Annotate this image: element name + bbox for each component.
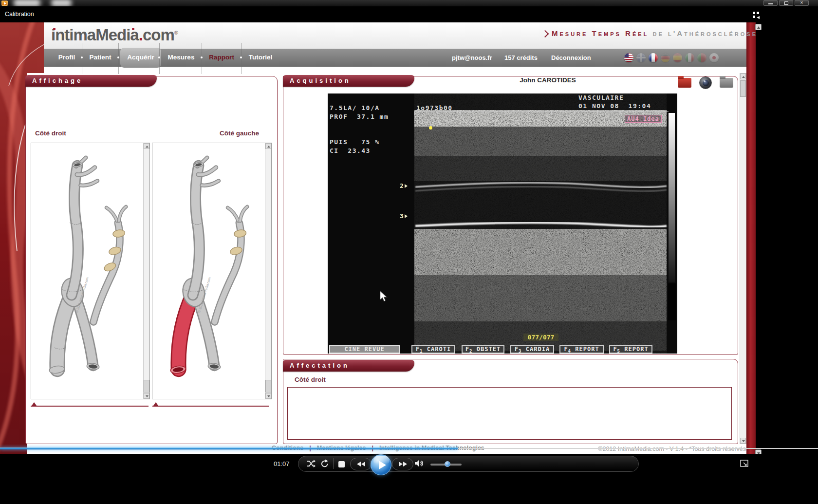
nav-item-mesures[interactable]: Mesures xyxy=(159,54,203,61)
nav-item-patient[interactable]: Patient xyxy=(78,54,122,61)
flag-uk[interactable] xyxy=(636,53,646,62)
us-frame-counter: 077/077 xyxy=(523,334,558,341)
gray-folder-icon[interactable] xyxy=(720,78,733,88)
controls-divider xyxy=(333,458,334,469)
logo-dot: . xyxy=(139,26,143,44)
scroll-up-icon[interactable] xyxy=(265,143,271,149)
carotid-diagram-right-side[interactable]: © 2011 IntimaMedia.com xyxy=(31,143,150,399)
player-controls xyxy=(298,456,639,472)
fullscreen-icon[interactable] xyxy=(740,460,748,467)
diagram-scrollbar[interactable] xyxy=(265,143,271,399)
scroll-down-icon[interactable] xyxy=(265,393,271,399)
logo-tld: com xyxy=(143,26,174,44)
us-caliper-dot xyxy=(429,126,432,130)
video-blur-artifact xyxy=(51,0,72,7)
patient-exam-title: John CAROTIDES xyxy=(497,76,599,84)
video-seekbar[interactable] xyxy=(0,448,818,449)
f1-caroti-button[interactable]: F1 CAROTI xyxy=(411,345,455,354)
scroll-up-icon[interactable] xyxy=(740,74,746,79)
video-player-bar: 01:07 xyxy=(0,454,818,504)
scroll-down-icon[interactable] xyxy=(144,393,149,399)
logout-link[interactable]: Déconnexion xyxy=(551,54,591,61)
tagline-secondary: de l'Athérosclérose xyxy=(652,29,758,37)
us-datetime: 01 NOV 08 19:04 xyxy=(578,102,651,110)
affichage-right-label: Côté gauche xyxy=(220,130,259,137)
playback-time: 01:07 xyxy=(274,460,290,467)
scroll-thumb[interactable] xyxy=(144,380,149,392)
stop-button[interactable] xyxy=(338,461,345,467)
carotid-diagram-left-side[interactable]: © 2011 IntimaMedia.com xyxy=(152,143,272,399)
flag-jp[interactable] xyxy=(709,53,719,62)
affichage-panel-title: Affichage xyxy=(25,75,157,87)
nav-item-acquerir[interactable]: Acquérir xyxy=(119,54,163,61)
flag-us[interactable] xyxy=(624,53,633,62)
repeat-icon[interactable] xyxy=(320,459,329,468)
scroll-thumb[interactable] xyxy=(265,380,271,392)
flag-es[interactable] xyxy=(673,53,682,62)
close-button[interactable]: × xyxy=(795,0,809,6)
volume-knob[interactable] xyxy=(445,461,450,467)
scroll-thumb[interactable] xyxy=(740,80,746,97)
us-probe-label: 7.5LA/ 10/A xyxy=(330,104,380,112)
fast-forward-button[interactable] xyxy=(392,458,413,470)
window-titlebar: × xyxy=(0,0,818,6)
app-tagline: Mesure Temps Réel de l'Athérosclérose xyxy=(542,29,758,37)
language-switcher xyxy=(624,53,719,62)
display-slider-left-side[interactable] xyxy=(152,406,269,407)
us-marker-3: 3 xyxy=(400,212,408,220)
ultrasound-image[interactable]: VASCULAIRE 01 NOV 08 19:04 7.5LA/ 10/A 1… xyxy=(328,93,677,354)
flag-it[interactable] xyxy=(685,53,694,62)
logo-red-dot xyxy=(53,28,56,30)
f5-report-button[interactable]: F5 REPORT xyxy=(609,345,652,354)
f2-obstet-button[interactable]: F2 OBSTET xyxy=(462,345,504,354)
nav-item-tutoriel[interactable]: Tutoriel xyxy=(239,54,282,61)
flag-pt[interactable] xyxy=(697,53,706,62)
scroll-down-icon[interactable] xyxy=(740,438,746,444)
nav-item-rapport[interactable]: Rapport xyxy=(200,54,243,61)
diagram-scrollbar[interactable] xyxy=(143,143,149,399)
rewind-button[interactable] xyxy=(350,458,372,470)
webcam-icon[interactable] xyxy=(699,76,712,89)
window-edge-strip xyxy=(746,22,756,454)
brand-logo: intimaMedia.com® xyxy=(51,26,178,44)
logo-registered: ® xyxy=(174,30,178,36)
us-ci-label: CI 23.43 xyxy=(330,147,371,154)
video-blur-artifact xyxy=(14,0,40,7)
display-slider-right-side[interactable] xyxy=(31,406,149,407)
us-mode-label: VASCULAIRE xyxy=(578,94,624,101)
logo-red-dot xyxy=(132,28,134,30)
tagline-primary: Mesure Temps Réel xyxy=(552,29,649,37)
red-folder-icon[interactable] xyxy=(678,78,691,88)
logo-text: intimaMedia xyxy=(51,26,139,44)
scroll-up-icon[interactable] xyxy=(144,143,149,149)
content-scrollbar[interactable] xyxy=(740,73,746,444)
seekbar-remaining xyxy=(458,448,818,449)
restore-button[interactable] xyxy=(779,0,793,6)
flag-fr[interactable] xyxy=(649,53,658,62)
shuffle-icon[interactable] xyxy=(307,460,316,467)
volume-icon[interactable] xyxy=(415,460,424,467)
affectation-panel-title: Affectation xyxy=(283,360,414,372)
window-controls: × xyxy=(763,0,809,6)
user-email: pjtw@noos.fr xyxy=(452,54,492,61)
f3-cardia-button[interactable]: F3 CARDIA xyxy=(510,345,554,354)
cine-revue-button[interactable]: CINE REVUE xyxy=(329,345,400,354)
affectation-list-box[interactable] xyxy=(287,387,732,440)
acquisition-panel-title: Acquisition xyxy=(283,75,414,87)
seekbar-played xyxy=(0,448,458,449)
us-preset-badge: AU4 Idea xyxy=(625,115,662,123)
f4-report-button[interactable]: F4 REPORT xyxy=(559,345,604,354)
flag-de[interactable] xyxy=(661,53,670,62)
player-app-icon xyxy=(1,0,8,6)
us-exam-id: 1o973b00 xyxy=(416,104,453,112)
dock-grid-icon[interactable] xyxy=(753,12,760,19)
mouse-cursor xyxy=(379,291,389,302)
affectation-side-label: Côté droit xyxy=(295,376,326,383)
screen: × Calibration int xyxy=(0,0,818,504)
play-button[interactable] xyxy=(371,454,391,475)
main-nav: Profil Patient Acquérir Mesures Rapport … xyxy=(44,49,746,67)
us-marker-2: 2 xyxy=(400,182,408,189)
us-depth-label: PROF 37.1 mm xyxy=(330,113,389,120)
minimize-button[interactable] xyxy=(763,0,778,6)
video-title: Calibration xyxy=(5,6,34,22)
